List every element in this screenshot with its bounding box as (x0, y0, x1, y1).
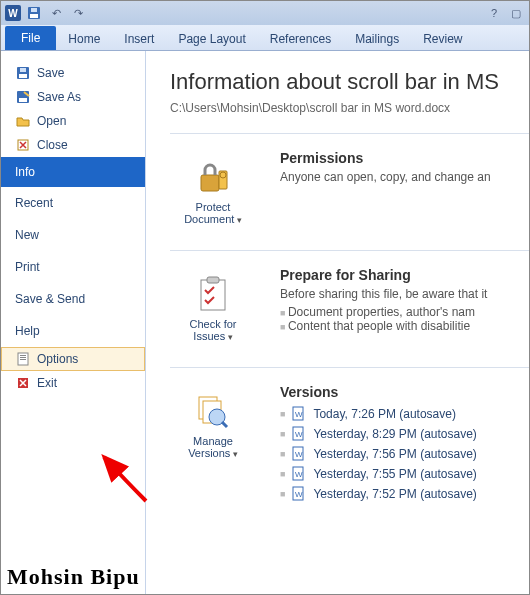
save-qat-icon[interactable] (25, 4, 43, 22)
options-icon (15, 351, 31, 367)
section-heading: Prepare for Sharing (280, 267, 487, 283)
document-icon: W (291, 406, 307, 422)
document-icon: W (291, 426, 307, 442)
exit-icon (15, 375, 31, 391)
svg-rect-1 (30, 14, 38, 18)
svg-rect-5 (20, 68, 26, 72)
versions-icon (193, 391, 233, 431)
sidebar-recent[interactable]: Recent (1, 187, 145, 219)
version-label: Yesterday, 8:29 PM (autosave) (313, 427, 476, 441)
tab-insert[interactable]: Insert (112, 27, 166, 50)
svg-rect-12 (20, 359, 26, 360)
help-icon[interactable]: ? (485, 4, 503, 22)
restore-icon[interactable]: ▢ (507, 4, 525, 22)
tab-references[interactable]: References (258, 27, 343, 50)
check-issues-button[interactable]: Check for Issues (170, 267, 256, 349)
undo-icon[interactable]: ↶ (47, 4, 65, 22)
sidebar-label: Save As (37, 90, 81, 104)
sidebar-exit[interactable]: Exit (1, 371, 145, 395)
document-path: C:\Users\Mohsin\Desktop\scroll bar in MS… (170, 101, 529, 115)
share-bullet: Content that people with disabilitie (280, 319, 487, 333)
sidebar-save-send[interactable]: Save & Send (1, 283, 145, 315)
open-icon (15, 113, 31, 129)
lock-icon (193, 157, 233, 197)
svg-text:W: W (295, 430, 303, 439)
permissions-section: Protect Document Permissions Anyone can … (170, 133, 529, 250)
quick-access-toolbar: W ↶ ↷ ? ▢ (1, 1, 529, 25)
sidebar-save[interactable]: Save (1, 61, 145, 85)
versions-section: Manage Versions Versions WToday, 7:26 PM… (170, 367, 529, 522)
section-heading: Permissions (280, 150, 491, 166)
version-list: WToday, 7:26 PM (autosave) WYesterday, 8… (280, 404, 477, 504)
svg-rect-10 (20, 355, 26, 356)
ribbon-tabs: File Home Insert Page Layout References … (1, 25, 529, 51)
backstage-sidebar: Save Save As Open Close Info Recent New … (1, 51, 146, 595)
word-app-icon: W (5, 5, 21, 21)
sidebar-open[interactable]: Open (1, 109, 145, 133)
sidebar-info[interactable]: Info (1, 157, 145, 187)
button-label: Protect Document (173, 201, 253, 225)
version-item[interactable]: WYesterday, 8:29 PM (autosave) (280, 424, 477, 444)
section-text: Before sharing this file, be aware that … (280, 287, 487, 301)
sidebar-label: Open (37, 114, 66, 128)
button-label: Manage Versions (173, 435, 253, 459)
share-bullet: Document properties, author's nam (280, 305, 487, 319)
sidebar-label: Save (37, 66, 64, 80)
sidebar-help[interactable]: Help (1, 315, 145, 347)
sidebar-new[interactable]: New (1, 219, 145, 251)
tab-review[interactable]: Review (411, 27, 474, 50)
version-item[interactable]: WToday, 7:26 PM (autosave) (280, 404, 477, 424)
version-label: Today, 7:26 PM (autosave) (313, 407, 456, 421)
svg-point-16 (220, 172, 226, 178)
svg-rect-11 (20, 357, 26, 358)
watermark-text: Mohsin Bipu (7, 564, 140, 590)
version-item[interactable]: WYesterday, 7:56 PM (autosave) (280, 444, 477, 464)
save-as-icon (15, 89, 31, 105)
sidebar-print[interactable]: Print (1, 251, 145, 283)
section-heading: Versions (280, 384, 477, 400)
sidebar-label: Print (15, 260, 40, 274)
version-label: Yesterday, 7:52 PM (autosave) (313, 487, 476, 501)
tab-page-layout[interactable]: Page Layout (166, 27, 257, 50)
checklist-icon (193, 274, 233, 314)
version-item[interactable]: WYesterday, 7:55 PM (autosave) (280, 464, 477, 484)
version-label: Yesterday, 7:56 PM (autosave) (313, 447, 476, 461)
redo-icon[interactable]: ↷ (69, 4, 87, 22)
sidebar-label: Help (15, 324, 40, 338)
document-icon: W (291, 446, 307, 462)
sidebar-label: Recent (15, 196, 53, 210)
sidebar-label: Options (37, 352, 78, 366)
document-icon: W (291, 486, 307, 502)
backstage: Save Save As Open Close Info Recent New … (1, 51, 529, 595)
sidebar-save-as[interactable]: Save As (1, 85, 145, 109)
version-label: Yesterday, 7:55 PM (autosave) (313, 467, 476, 481)
protect-document-button[interactable]: Protect Document (170, 150, 256, 232)
sidebar-label: Info (15, 165, 35, 179)
sidebar-label: New (15, 228, 39, 242)
tab-file[interactable]: File (5, 26, 56, 50)
save-icon (15, 65, 31, 81)
svg-text:W: W (295, 490, 303, 499)
page-title: Information about scroll bar in MS (170, 69, 529, 95)
svg-rect-2 (31, 8, 37, 12)
sidebar-close[interactable]: Close (1, 133, 145, 157)
document-icon: W (291, 466, 307, 482)
svg-rect-14 (201, 175, 219, 191)
svg-rect-4 (19, 74, 27, 78)
tab-mailings[interactable]: Mailings (343, 27, 411, 50)
version-item[interactable]: WYesterday, 7:52 PM (autosave) (280, 484, 477, 504)
button-label: Check for Issues (173, 318, 253, 342)
sidebar-label: Save & Send (15, 292, 85, 306)
sidebar-options[interactable]: Options (1, 347, 145, 371)
svg-text:W: W (295, 410, 303, 419)
svg-rect-7 (19, 98, 27, 102)
close-icon (15, 137, 31, 153)
svg-text:W: W (295, 450, 303, 459)
svg-rect-17 (201, 280, 225, 310)
svg-rect-18 (207, 277, 219, 283)
tab-home[interactable]: Home (56, 27, 112, 50)
manage-versions-button[interactable]: Manage Versions (170, 384, 256, 504)
info-panel: Information about scroll bar in MS C:\Us… (146, 51, 529, 595)
section-text: Anyone can open, copy, and change an (280, 170, 491, 184)
sidebar-label: Close (37, 138, 68, 152)
